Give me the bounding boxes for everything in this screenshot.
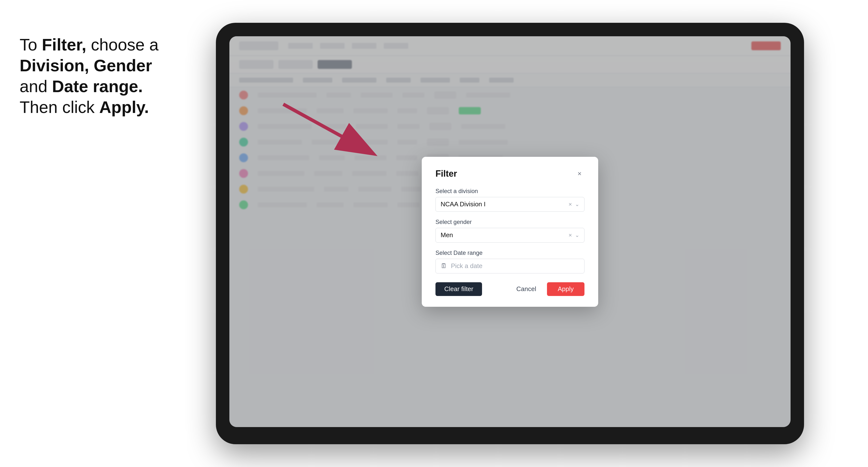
gender-chevron-icon: ⌄ xyxy=(575,232,579,239)
clear-filter-button[interactable]: Clear filter xyxy=(435,282,482,296)
tablet-frame: Filter × Select a division NCAA Division… xyxy=(216,23,804,444)
division-selected-value: NCAA Division I xyxy=(441,200,486,208)
filter-modal: Filter × Select a division NCAA Division… xyxy=(422,157,598,307)
gender-select-icons: × ⌄ xyxy=(568,232,579,239)
footer-right-buttons: Cancel Apply xyxy=(507,282,585,296)
modal-header: Filter × xyxy=(435,168,585,179)
date-label: Select Date range xyxy=(435,249,585,256)
cancel-button[interactable]: Cancel xyxy=(507,282,545,296)
instruction-line1: To Filter, choose a xyxy=(20,35,159,54)
division-select-icons: × ⌄ xyxy=(568,201,579,208)
division-clear-icon[interactable]: × xyxy=(568,201,572,208)
modal-overlay: Filter × Select a division NCAA Division… xyxy=(229,36,790,427)
modal-close-button[interactable]: × xyxy=(575,169,585,179)
instruction-and: and Date range. xyxy=(20,77,143,96)
date-form-group: Select Date range 🗓 Pick a date xyxy=(435,249,585,274)
gender-label: Select gender xyxy=(435,219,585,225)
instruction-division-gender: Division, Gender xyxy=(20,56,152,75)
modal-footer: Clear filter Cancel Apply xyxy=(435,282,585,296)
division-label: Select a division xyxy=(435,188,585,194)
calendar-icon: 🗓 xyxy=(441,262,447,270)
instruction-text: To Filter, choose a Division, Gender and… xyxy=(20,15,172,118)
division-select[interactable]: NCAA Division I × ⌄ xyxy=(435,197,585,212)
modal-title: Filter xyxy=(435,168,457,179)
tablet-wrapper: Filter × Select a division NCAA Division… xyxy=(172,15,848,452)
gender-clear-icon[interactable]: × xyxy=(568,232,572,239)
division-chevron-icon: ⌄ xyxy=(575,201,579,208)
date-placeholder: Pick a date xyxy=(451,262,483,270)
date-range-input[interactable]: 🗓 Pick a date xyxy=(435,259,585,274)
division-form-group: Select a division NCAA Division I × ⌄ xyxy=(435,188,585,212)
instruction-then: Then click Apply. xyxy=(20,98,149,116)
gender-select[interactable]: Men × ⌄ xyxy=(435,228,585,243)
gender-form-group: Select gender Men × ⌄ xyxy=(435,219,585,243)
tablet-screen: Filter × Select a division NCAA Division… xyxy=(229,36,790,427)
gender-selected-value: Men xyxy=(441,231,453,239)
apply-button[interactable]: Apply xyxy=(547,282,585,296)
